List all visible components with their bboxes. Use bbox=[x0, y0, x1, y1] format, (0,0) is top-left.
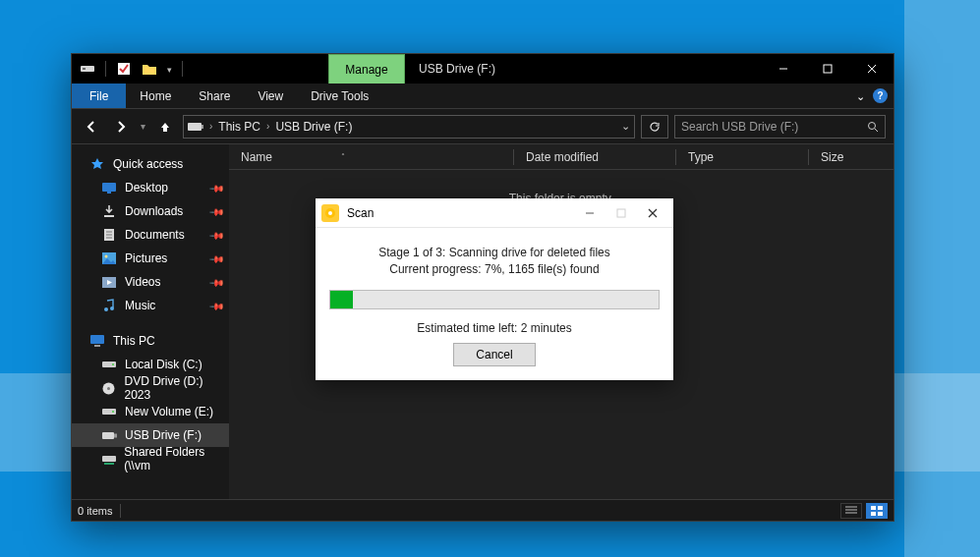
address-bar[interactable]: › This PC › USB Drive (F:) ⌄ bbox=[183, 115, 635, 139]
svg-rect-38 bbox=[878, 506, 883, 510]
qat-dropdown-icon[interactable]: ▾ bbox=[167, 65, 172, 75]
music-icon bbox=[101, 298, 117, 313]
svg-rect-12 bbox=[107, 192, 111, 194]
sidebar-pictures[interactable]: Pictures 📌 bbox=[72, 247, 229, 270]
col-size[interactable]: Size bbox=[821, 150, 894, 164]
svg-point-28 bbox=[107, 387, 110, 390]
share-tab[interactable]: Share bbox=[185, 84, 244, 108]
scan-stage-text: Stage 1 of 3: Scanning drive for deleted… bbox=[329, 246, 660, 259]
pc-icon bbox=[89, 333, 105, 349]
address-dropdown-icon[interactable]: ⌄ bbox=[621, 120, 630, 133]
sidebar-item-label: This PC bbox=[113, 334, 155, 348]
sidebar-item-label: Shared Folders (\\vm bbox=[124, 445, 229, 473]
thumbnails-view-button[interactable] bbox=[866, 503, 888, 519]
drive-tools-tab[interactable]: Drive Tools bbox=[297, 84, 382, 108]
sidebar-videos[interactable]: Videos 📌 bbox=[72, 270, 229, 294]
svg-point-42 bbox=[328, 211, 332, 215]
sidebar-item-label: Documents bbox=[125, 228, 185, 242]
scan-title-text: Scan bbox=[347, 206, 575, 220]
sidebar-item-label: Desktop bbox=[125, 181, 168, 195]
maximize-button[interactable] bbox=[805, 54, 849, 84]
sidebar-local-disk[interactable]: Local Disk (C:) bbox=[72, 353, 229, 376]
view-tab[interactable]: View bbox=[244, 84, 297, 108]
separator bbox=[182, 61, 183, 77]
pictures-icon bbox=[101, 251, 117, 266]
svg-rect-11 bbox=[102, 183, 116, 192]
sidebar-this-pc[interactable]: This PC bbox=[72, 329, 229, 353]
ribbon-tabs: File Home Share View Drive Tools ⌄ ? bbox=[72, 84, 894, 109]
column-resizer[interactable] bbox=[675, 149, 676, 165]
cancel-button[interactable]: Cancel bbox=[453, 343, 535, 366]
breadcrumb-this-pc[interactable]: This PC bbox=[218, 120, 260, 134]
sidebar-item-label: Local Disk (C:) bbox=[125, 358, 202, 371]
svg-point-19 bbox=[105, 255, 108, 258]
pin-icon: 📌 bbox=[209, 227, 225, 243]
sidebar-item-label: New Volume (E:) bbox=[125, 405, 213, 418]
sidebar-item-label: Quick access bbox=[113, 157, 183, 171]
videos-icon bbox=[101, 274, 117, 290]
recent-locations-icon[interactable]: ▾ bbox=[139, 121, 147, 132]
usb-icon bbox=[101, 427, 117, 443]
refresh-button[interactable] bbox=[641, 115, 668, 139]
collapse-ribbon-icon[interactable]: ⌄ bbox=[856, 90, 865, 103]
window-controls bbox=[761, 54, 894, 84]
sidebar-downloads[interactable]: Downloads 📌 bbox=[72, 199, 229, 223]
close-button[interactable] bbox=[849, 54, 894, 84]
scan-close-button[interactable] bbox=[638, 202, 667, 224]
svg-rect-24 bbox=[94, 345, 100, 347]
search-placeholder: Search USB Drive (F:) bbox=[681, 120, 798, 134]
pin-icon: 📌 bbox=[209, 203, 225, 219]
svg-rect-40 bbox=[878, 512, 883, 516]
sidebar-usb-drive[interactable]: USB Drive (F:) bbox=[72, 423, 229, 447]
svg-point-26 bbox=[112, 363, 114, 365]
search-icon bbox=[867, 121, 879, 133]
manage-context-tab[interactable]: Manage bbox=[328, 54, 405, 84]
scan-maximize-button[interactable] bbox=[606, 202, 636, 224]
sidebar-shared-folders[interactable]: Shared Folders (\\vm bbox=[72, 447, 229, 471]
back-button[interactable] bbox=[80, 115, 103, 139]
status-bar: 0 items bbox=[72, 499, 894, 521]
sidebar-desktop[interactable]: Desktop 📌 bbox=[72, 176, 229, 199]
svg-rect-13 bbox=[104, 215, 114, 217]
properties-icon[interactable] bbox=[116, 61, 132, 77]
search-input[interactable]: Search USB Drive (F:) bbox=[674, 115, 886, 139]
column-headers: Name ˄ Date modified Type Size bbox=[229, 144, 894, 170]
details-view-button[interactable] bbox=[840, 503, 862, 519]
sidebar-new-volume[interactable]: New Volume (E:) bbox=[72, 400, 229, 423]
sidebar-item-label: DVD Drive (D:) 2023 bbox=[124, 374, 229, 402]
chevron-right-icon: › bbox=[266, 121, 269, 132]
svg-point-21 bbox=[104, 307, 108, 311]
sidebar-item-label: Downloads bbox=[125, 204, 183, 218]
titlebar: ▾ Manage USB Drive (F:) bbox=[72, 54, 894, 84]
download-icon bbox=[101, 203, 117, 219]
col-type[interactable]: Type bbox=[688, 150, 796, 164]
new-folder-icon[interactable] bbox=[142, 61, 157, 77]
svg-rect-44 bbox=[617, 209, 625, 217]
scan-progress-bar bbox=[329, 290, 660, 309]
sidebar-quick-access[interactable]: Quick access bbox=[72, 152, 229, 176]
column-resizer[interactable] bbox=[808, 149, 809, 165]
minimize-button[interactable] bbox=[761, 54, 805, 84]
home-tab[interactable]: Home bbox=[126, 84, 185, 108]
svg-rect-33 bbox=[102, 456, 116, 462]
col-name[interactable]: Name ˄ bbox=[241, 150, 501, 164]
column-resizer[interactable] bbox=[513, 149, 514, 165]
help-icon[interactable]: ? bbox=[873, 88, 888, 103]
col-date[interactable]: Date modified bbox=[526, 150, 663, 164]
star-icon bbox=[89, 156, 105, 172]
usb-drive-icon bbox=[188, 119, 203, 135]
up-button[interactable] bbox=[153, 115, 177, 139]
separator bbox=[105, 61, 106, 77]
svg-rect-7 bbox=[188, 123, 202, 131]
scan-eta-text: Estimated time left: 2 minutes bbox=[329, 321, 660, 335]
scan-minimize-button[interactable] bbox=[575, 202, 605, 224]
sidebar-documents[interactable]: Documents 📌 bbox=[72, 223, 229, 247]
file-tab[interactable]: File bbox=[72, 84, 126, 108]
hdd-icon bbox=[101, 404, 117, 419]
svg-rect-8 bbox=[202, 125, 203, 129]
sidebar-music[interactable]: Music 📌 bbox=[72, 294, 229, 317]
scan-titlebar: Scan bbox=[316, 198, 673, 228]
forward-button[interactable] bbox=[109, 115, 133, 139]
breadcrumb-current[interactable]: USB Drive (F:) bbox=[275, 120, 352, 134]
sidebar-dvd-drive[interactable]: DVD Drive (D:) 2023 bbox=[72, 376, 229, 400]
